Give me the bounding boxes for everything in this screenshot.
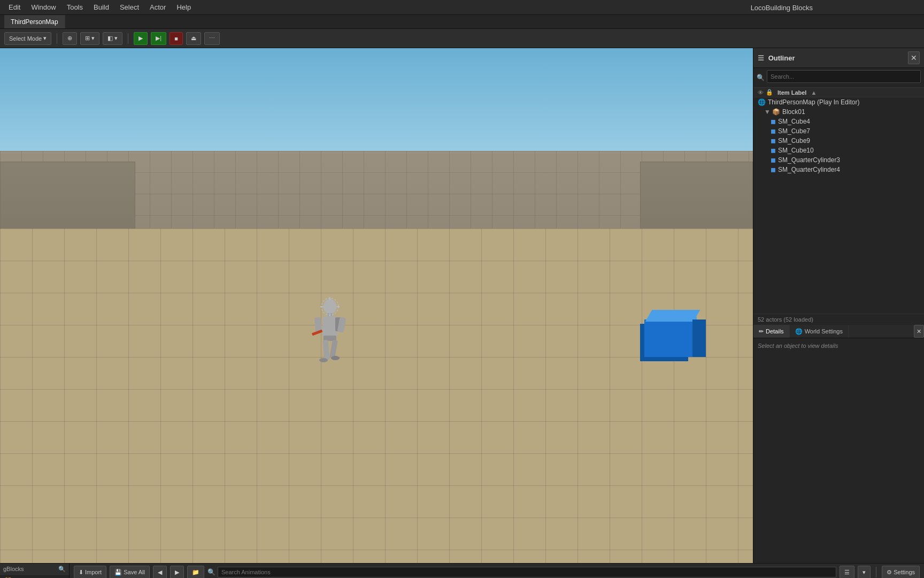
select-mode-dropdown-icon: ▾ (43, 35, 47, 42)
filter-button[interactable]: ☰ (840, 566, 854, 578)
eject-button[interactable]: ⏏ (186, 32, 201, 45)
world-settings-tab[interactable]: 🌐 World Settings (790, 325, 849, 338)
settings-button[interactable]: ⚙ Settings (882, 566, 920, 578)
menu-select[interactable]: Select (116, 2, 143, 12)
menu-tools[interactable]: Tools (63, 2, 87, 12)
outliner-header: ☰ Outliner ✕ (753, 48, 924, 68)
history-back-button[interactable]: ◀ (153, 566, 167, 578)
svg-rect-7 (323, 340, 330, 361)
details-icon: ✏ (759, 328, 764, 335)
character-svg (309, 297, 351, 383)
content-browser-sidebar: gBlocks 🔍 📁 StarterPack 📁 acters 📁 Manne… (0, 564, 70, 578)
sidebar-starter-pack[interactable]: 📁 StarterPack (0, 575, 69, 578)
skip-button[interactable]: ▶| (151, 32, 166, 45)
details-tab[interactable]: ✏ Details (753, 325, 790, 338)
ground (0, 229, 753, 563)
tree-sm-cube10-label: SM_Cube10 (778, 147, 814, 154)
search-icon: 🔍 (207, 568, 215, 576)
outliner-search-input[interactable] (767, 70, 921, 83)
details-label: Details (766, 328, 784, 334)
sort-icon: ▲ (811, 89, 817, 96)
content-search-input[interactable] (218, 567, 836, 577)
outliner-tree: 🌐 ThirdPersonMap (Play In Editor) ▼ 📦 Bl… (753, 97, 924, 314)
snap-button[interactable]: ⊞ ▾ (80, 32, 99, 45)
mesh-icon-1: ◼ (771, 118, 776, 125)
mesh-icon-3: ◼ (771, 137, 776, 144)
settings-sep (876, 567, 876, 577)
stop-button[interactable]: ■ (170, 32, 183, 45)
item-label-col: Item Label (777, 89, 806, 96)
toolbar-separator-2 (128, 33, 128, 44)
tree-block01-label: Block01 (782, 108, 805, 116)
viewport[interactable] (0, 48, 753, 563)
more-button[interactable]: ⋯ (204, 32, 220, 45)
browse-folder-button[interactable]: 📁 (187, 566, 204, 578)
tree-block01[interactable]: ▼ 📦 Block01 (753, 107, 924, 117)
tree-sm-qc3-label: SM_QuarterCylinder3 (778, 156, 840, 164)
sidebar-search-icon[interactable]: 🔍 (58, 566, 66, 573)
content-search-container: 🔍 (207, 567, 836, 577)
tree-sm-cube4[interactable]: ◼ SM_Cube4 (753, 117, 924, 126)
mesh-icon-4: ◼ (771, 147, 776, 154)
transform-button[interactable]: ⊕ (63, 32, 77, 45)
outliner-icon: ☰ (758, 54, 764, 62)
menu-actor[interactable]: Actor (145, 2, 170, 12)
actor-count: 52 actors (52 loaded) (753, 314, 924, 325)
app-title: LocoBuilding Blocks (746, 3, 817, 13)
mesh-icon-5: ◼ (771, 156, 776, 164)
world-settings-label: World Settings (805, 328, 843, 334)
outliner-close-button[interactable]: ✕ (908, 51, 920, 64)
outliner-panel: ☰ Outliner ✕ 🔍 👁 🔒 Item Label ▲ 🌐 ThirdP… (753, 48, 924, 563)
collapse-icon: ▼ (764, 108, 771, 116)
history-forward-button[interactable]: ▶ (170, 566, 184, 578)
import-label: Import (85, 569, 102, 575)
main-layout: ☰ Outliner ✕ 🔍 👁 🔒 Item Label ▲ 🌐 ThirdP… (0, 48, 924, 563)
import-icon: ⬇ (79, 569, 83, 576)
save-all-icon: 💾 (114, 569, 122, 576)
details-close-button[interactable]: ✕ (914, 325, 924, 338)
tree-sm-cube9[interactable]: ◼ SM_Cube9 (753, 136, 924, 146)
play-button[interactable]: ▶ (134, 32, 148, 45)
world-settings-icon: 🌐 (795, 328, 803, 335)
content-toolbar: ⬇ Import 💾 Save All ◀ ▶ 📁 🔍 ☰ ▾ ⚙ Settin… (70, 564, 924, 578)
import-button[interactable]: ⬇ Import (74, 566, 106, 578)
tree-sm-cube10[interactable]: ◼ SM_Cube10 (753, 146, 924, 155)
menu-build[interactable]: Build (89, 2, 113, 12)
visibility-col-icon: 👁 (758, 89, 764, 96)
view-button[interactable]: ◧ ▾ (103, 32, 122, 45)
outliner-title: ☰ Outliner (758, 54, 795, 62)
settings-label: Settings (894, 569, 915, 575)
viewport-tab[interactable]: ThirdPersonMap (4, 15, 65, 28)
ground-grid (0, 229, 753, 563)
svg-point-0 (324, 299, 336, 314)
blue-cube (644, 320, 692, 357)
tree-sm-cube4-label: SM_Cube4 (778, 118, 810, 125)
svg-point-9 (319, 358, 328, 362)
panel-tabs: ✏ Details 🌐 World Settings ✕ (753, 325, 924, 338)
tree-sm-cube7[interactable]: ◼ SM_Cube7 (753, 126, 924, 136)
mesh-icon-2: ◼ (771, 127, 776, 135)
menu-edit[interactable]: Edit (4, 2, 25, 12)
sidebar-title: gBlocks (3, 566, 24, 572)
content-browser-main: ⬇ Import 💾 Save All ◀ ▶ 📁 🔍 ☰ ▾ ⚙ Settin… (70, 564, 924, 578)
svg-rect-2 (322, 316, 337, 337)
details-content: Select an object to view details (753, 338, 924, 563)
view-options-button[interactable]: ▾ (858, 566, 871, 578)
bottom-area: gBlocks 🔍 📁 StarterPack 📁 acters 📁 Manne… (0, 563, 924, 578)
tree-root-label: ThirdPersonMap (Play In Editor) (768, 98, 859, 106)
toolbar-separator-1 (57, 33, 57, 44)
select-mode-button[interactable]: Select Mode ▾ (4, 32, 51, 45)
tab-bar: ThirdPersonMap (0, 15, 924, 29)
tree-root[interactable]: 🌐 ThirdPersonMap (Play In Editor) (753, 97, 924, 107)
tree-sm-qc4[interactable]: ◼ SM_QuarterCylinder4 (753, 165, 924, 174)
select-mode-label: Select Mode (9, 35, 42, 42)
details-empty-message: Select an object to view details (758, 343, 838, 349)
menu-help[interactable]: Help (172, 2, 195, 12)
menu-window[interactable]: Window (27, 2, 60, 12)
svg-point-10 (331, 356, 340, 360)
world-icon: 🌐 (758, 98, 766, 106)
lock-col-icon: 🔒 (766, 89, 773, 96)
save-all-button[interactable]: 💾 Save All (110, 566, 150, 578)
tree-sm-qc3[interactable]: ◼ SM_QuarterCylinder3 (753, 155, 924, 165)
outliner-search-icon: 🔍 (757, 74, 765, 81)
